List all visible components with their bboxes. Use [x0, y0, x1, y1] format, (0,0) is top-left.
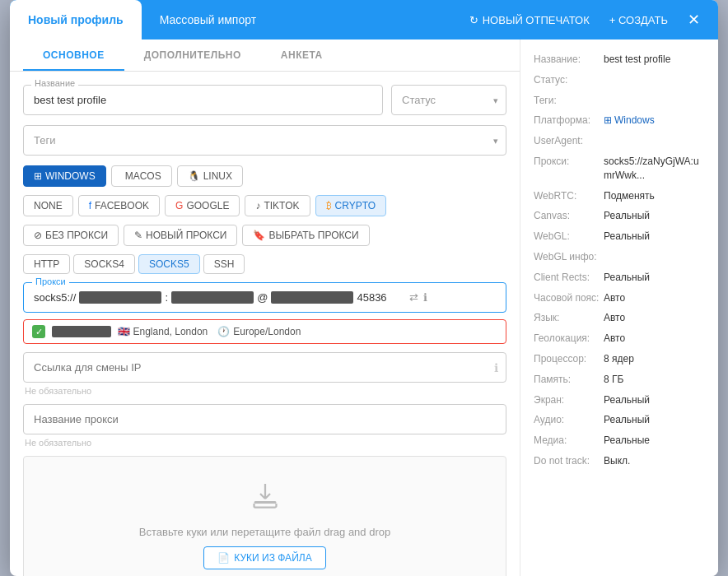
info-change-ip-icon: ℹ — [494, 361, 498, 374]
tab-basic[interactable]: ОСНОВНОЕ — [23, 39, 124, 71]
change-ip-wrap: ℹ — [23, 352, 506, 383]
name-input[interactable] — [23, 85, 383, 115]
info-media-label: Медиа: — [534, 434, 604, 448]
protocol-tabs: HTTP SOCKS4 SOCKS5 SSH — [23, 254, 506, 274]
new-proxy-icon: ✎ — [134, 230, 142, 241]
info-screen-value: Реальный — [604, 393, 650, 407]
modal: Новый профиль Массовый импорт ↻ НОВЫЙ ОТ… — [10, 0, 718, 576]
info-proxy-icon[interactable]: ℹ — [423, 291, 427, 304]
status-select[interactable]: Статус — [391, 85, 506, 115]
create-button[interactable]: + СОЗДАТЬ — [601, 9, 676, 31]
select-proxy-button[interactable]: 🔖 ВЫБРАТЬ ПРОКСИ — [242, 225, 369, 246]
info-platform: Платформа: ⊞ Windows — [534, 114, 705, 128]
info-cpu-label: Процессор: — [534, 352, 604, 366]
browser-crypto[interactable]: ₿ CRYPTO — [315, 195, 387, 216]
svg-rect-0 — [254, 501, 276, 504]
name-label: Название — [31, 78, 78, 88]
info-cpu-value: 8 ядер — [604, 352, 634, 366]
proxy-name-wrap — [23, 404, 506, 434]
new-fingerprint-button[interactable]: ↻ НОВЫЙ ОТПЕЧАТОК — [461, 9, 598, 31]
modal-header: Новый профиль Массовый импорт ↻ НОВЫЙ ОТ… — [10, 0, 718, 39]
proto-ssh[interactable]: SSH — [203, 254, 245, 274]
info-name-label: Название: — [534, 53, 604, 67]
browser-buttons: NONE f FACEBOOK G GOOGLE ♪ TIKTOK — [23, 195, 506, 216]
right-panel: Название: best test profile Статус: Теги… — [520, 39, 718, 576]
proxy-label: Прокси — [32, 276, 69, 286]
info-webrtc-label: WebRTC: — [534, 189, 604, 203]
proxy-check-checkbox[interactable]: ✓ — [32, 325, 45, 338]
select-proxy-icon: 🔖 — [253, 230, 265, 241]
tab-new-profile[interactable]: Новый профиль — [10, 0, 142, 39]
close-icon: ✕ — [688, 12, 700, 28]
info-canvas-value: Реальный — [604, 209, 650, 223]
proto-socks4[interactable]: SOCKS4 — [73, 254, 135, 274]
platform-macos[interactable]: MACOS — [111, 165, 172, 187]
proxy-name-input[interactable] — [23, 404, 506, 434]
no-proxy-icon: ⊘ — [34, 230, 42, 241]
info-proxy-label: Прокси: — [534, 155, 604, 183]
info-lang-value: Авто — [604, 311, 625, 325]
info-webgl-info-label: WebGL инфо: — [534, 250, 604, 264]
proxy-name-hint: Не обязательно — [23, 438, 506, 448]
browser-none[interactable]: NONE — [23, 195, 73, 216]
proxy-field-inner: socks5:// ██████████ : ██████████ @ ████… — [34, 291, 496, 304]
facebook-icon: f — [89, 200, 91, 211]
info-client-rects: Client Rects: Реальный — [534, 271, 705, 285]
tags-select-wrap: Теги ▾ — [23, 125, 506, 156]
info-dnt-value: Выкл. — [604, 454, 630, 468]
info-screen: Экран: Реальный — [534, 393, 705, 407]
info-name: Название: best test profile — [534, 53, 705, 67]
proto-socks5[interactable]: SOCKS5 — [138, 254, 200, 274]
proto-http[interactable]: HTTP — [23, 254, 70, 274]
proxy-protocol: socks5:// — [34, 291, 76, 304]
browser-google[interactable]: G GOOGLE — [165, 195, 240, 216]
tab-mass-import[interactable]: Массовый импорт — [142, 0, 274, 39]
close-button[interactable]: ✕ — [679, 6, 708, 34]
form-content: Название Статус ▾ — [10, 72, 520, 576]
proxy-at: @ — [257, 291, 268, 304]
proxy-ip-masked: ███████ — [52, 326, 111, 337]
download-icon — [250, 481, 280, 518]
proxy-action-buttons: ⊘ БЕЗ ПРОКСИ ✎ НОВЫЙ ПРОКСИ 🔖 ВЫБРАТЬ ПР… — [23, 225, 506, 246]
info-proxy: Прокси: socks5://zaNyGjWA:umrWwk... — [534, 155, 705, 183]
no-proxy-button[interactable]: ⊘ БЕЗ ПРОКСИ — [23, 225, 119, 246]
info-platform-label: Платформа: — [534, 114, 604, 128]
name-status-row: Название Статус ▾ — [23, 85, 506, 115]
proxy-check-row: ✓ ███████ 🇬🇧 England, London 🕐 Europe/Lo… — [23, 319, 506, 344]
proxy-server-masked: ██████████ — [271, 291, 353, 304]
cookie-from-file-button[interactable]: 📄 КУКИ ИЗ ФАЙЛА — [203, 546, 325, 569]
info-useragent-label: UserAgent: — [534, 134, 604, 148]
info-geo-value: Авто — [604, 332, 625, 346]
info-dnt: Do not track: Выкл. — [534, 454, 705, 468]
platform-linux[interactable]: 🐧 LINUX — [177, 165, 243, 187]
browser-tiktok[interactable]: ♪ TIKTOK — [245, 195, 310, 216]
info-proxy-value: socks5://zaNyGjWA:umrWwk... — [604, 155, 705, 183]
info-dnt-label: Do not track: — [534, 454, 604, 468]
refresh-proxy-icon[interactable]: ⇄ — [409, 291, 418, 304]
browser-facebook[interactable]: f FACEBOOK — [78, 195, 160, 216]
info-webgl-label: WebGL: — [534, 230, 604, 244]
info-status: Статус: — [534, 73, 705, 87]
tags-row: Теги ▾ — [23, 125, 506, 156]
info-timezone-value: Авто — [604, 291, 625, 305]
info-webgl: WebGL: Реальный — [534, 230, 705, 244]
info-tags: Теги: — [534, 94, 705, 108]
info-audio-value: Реальный — [604, 413, 650, 427]
proxy-port-input[interactable] — [357, 291, 406, 304]
tab-advanced[interactable]: ДОПОЛНИТЕЛЬНО — [124, 39, 261, 71]
linux-icon: 🐧 — [188, 170, 200, 182]
info-webgl-value: Реальный — [604, 230, 650, 244]
info-media: Медиа: Реальные — [534, 434, 705, 448]
header-actions: ↻ НОВЫЙ ОТПЕЧАТОК + СОЗДАТЬ ✕ — [461, 6, 718, 34]
cookie-drop-zone[interactable]: Вставьте куки или перетащите файл drag a… — [23, 456, 506, 576]
tags-select[interactable]: Теги — [23, 125, 506, 156]
info-canvas: Canvas: Реальный — [534, 209, 705, 223]
status-select-wrap: Статус ▾ — [391, 85, 506, 115]
info-status-label: Статус: — [534, 73, 604, 87]
info-ram-value: 8 ГБ — [604, 373, 623, 387]
name-field-wrap: Название — [23, 85, 383, 115]
tab-questionnaire[interactable]: АНКЕТА — [261, 39, 343, 71]
platform-windows[interactable]: ⊞ WINDOWS — [23, 165, 106, 187]
change-ip-input[interactable] — [23, 352, 506, 383]
new-proxy-button[interactable]: ✎ НОВЫЙ ПРОКСИ — [124, 225, 237, 246]
